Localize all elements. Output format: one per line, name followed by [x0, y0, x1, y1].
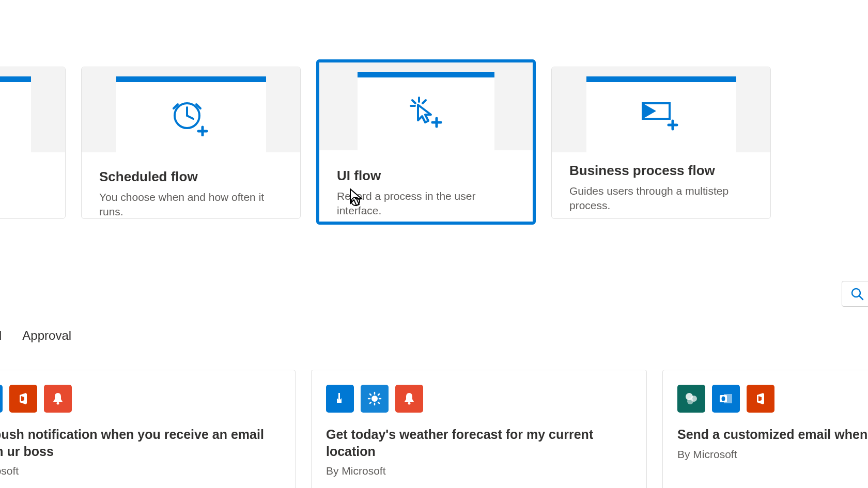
template-author: By Microsoft	[326, 465, 632, 477]
svg-point-20	[57, 402, 59, 405]
outlook-icon	[712, 385, 740, 413]
svg-line-7	[412, 100, 415, 103]
flow-card-automated[interactable]: d.	[0, 67, 66, 219]
svg-line-29	[370, 402, 371, 403]
card-inner-bar	[358, 72, 494, 77]
notifications-icon	[395, 385, 423, 413]
card-inner-block	[358, 72, 494, 150]
svg-line-26	[370, 394, 371, 395]
card-body: UI flow Record a process in the user int…	[319, 150, 533, 225]
flow-card-scheduled[interactable]: Scheduled flow You choose when and how o…	[81, 67, 301, 219]
card-body: d.	[0, 152, 65, 199]
weather-icon	[361, 385, 389, 413]
sharepoint-icon	[677, 385, 705, 413]
flow-card-ui-flow[interactable]: UI flow Record a process in the user int…	[316, 59, 536, 225]
svg-point-33	[687, 398, 693, 404]
card-inner-bar	[0, 76, 31, 82]
template-card-push-notification[interactable]: t a push notification when you receive a…	[0, 370, 296, 488]
flow-card-desc: Record a process in the user interface.	[337, 189, 515, 218]
card-header	[552, 67, 770, 152]
card-body: Scheduled flow You choose when and how o…	[82, 152, 300, 219]
flow-card-desc: You choose when and how often it runs.	[99, 190, 283, 219]
office-icon	[747, 385, 774, 413]
process-plus-icon	[641, 101, 682, 135]
svg-line-2	[187, 116, 193, 119]
button-icon	[326, 385, 354, 413]
flow-card-title: Business process flow	[569, 163, 753, 179]
flow-card-desc: Guides users through a multistep process…	[569, 184, 753, 213]
template-icon-row	[326, 385, 632, 413]
office-icon	[9, 385, 37, 413]
template-title: t a push notification when you receive a…	[0, 426, 281, 460]
template-author: Microsoft	[0, 465, 281, 477]
flow-card-business-process[interactable]: Business process flow Guides users throu…	[551, 67, 771, 219]
template-category-tabs: d Approval	[0, 328, 71, 343]
flow-card-title: UI flow	[337, 168, 515, 184]
svg-point-30	[408, 402, 411, 405]
card-inner-block	[586, 76, 736, 152]
svg-line-8	[423, 100, 426, 103]
svg-line-28	[378, 394, 379, 395]
template-card-row: t a push notification when you receive a…	[0, 370, 868, 488]
cursor-click-plus-icon	[408, 97, 445, 133]
card-inner-bar	[116, 76, 266, 82]
svg-line-27	[378, 402, 379, 403]
svg-point-21	[371, 396, 378, 402]
card-inner-block	[116, 76, 266, 152]
clock-plus-icon	[172, 101, 211, 138]
template-title: Get today's weather forecast for my curr…	[326, 426, 632, 460]
template-card-custom-email[interactable]: Send a customized email when a By Micros…	[662, 370, 868, 488]
search-icon	[850, 287, 864, 301]
card-inner-bar	[586, 76, 736, 82]
svg-point-36	[722, 397, 725, 401]
card-inner-block	[0, 76, 31, 152]
card-body: Business process flow Guides users throu…	[552, 152, 770, 219]
card-header	[0, 67, 65, 152]
template-icon-row	[677, 385, 868, 413]
tab-approval[interactable]: Approval	[22, 328, 71, 343]
template-author: By Microsoft	[677, 448, 868, 461]
template-icon-row	[0, 385, 281, 413]
card-header	[319, 62, 533, 150]
flow-type-card-row: d. Schedul	[0, 67, 771, 232]
connector-icon	[0, 385, 3, 413]
tab-partial[interactable]: d	[0, 328, 2, 343]
template-card-weather[interactable]: Get today's weather forecast for my curr…	[311, 370, 647, 488]
flow-card-title: Scheduled flow	[99, 169, 283, 185]
search-button[interactable]	[842, 281, 868, 307]
notifications-icon	[44, 385, 72, 413]
svg-line-17	[859, 296, 863, 300]
template-title: Send a customized email when a	[677, 426, 868, 443]
card-header	[82, 67, 300, 152]
flow-card-desc: d.	[0, 174, 48, 188]
